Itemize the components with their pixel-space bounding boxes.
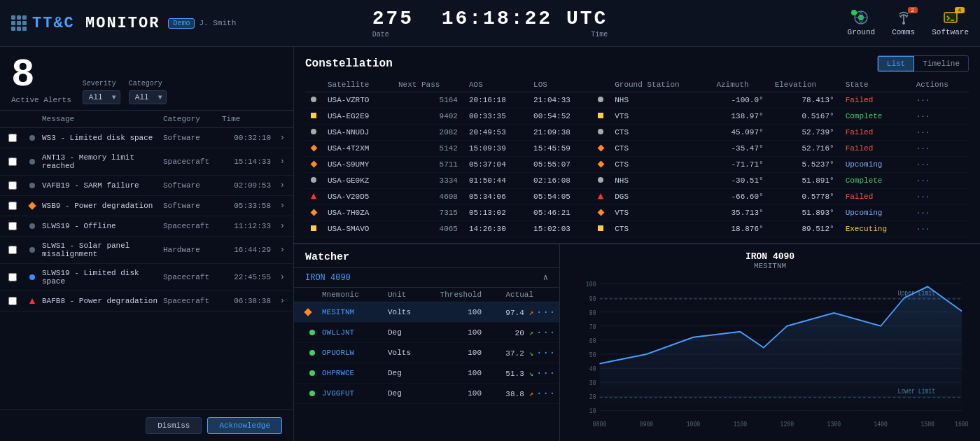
alert-checkbox[interactable] — [8, 246, 17, 254]
severity-select[interactable]: All — [83, 90, 120, 104]
constellation-row[interactable]: USA-SMAVO 4065 14:26:30 15:02:03 CTS 18.… — [305, 221, 969, 237]
software-badge: 4 — [955, 7, 965, 13]
alert-row[interactable]: SLWS19 - Limited disk space Spacecraft 2… — [0, 264, 293, 291]
nav-item-ground[interactable]: Ground — [848, 10, 876, 36]
severity-indicator — [29, 223, 35, 229]
constellation-section: Constellation List Timeline Satellite Ne… — [294, 47, 980, 244]
svg-text:40: 40 — [589, 365, 596, 373]
alert-message: SLWS1 - Solar panel misalignment — [42, 241, 160, 258]
constellation-row[interactable]: USA-S9UMY 5711 05:37:04 05:55:07 CTS -71… — [305, 157, 969, 173]
ground-station: CTS — [609, 221, 710, 237]
next-pass: 4065 — [393, 221, 463, 237]
nav-item-comms[interactable]: 2 Comms — [892, 10, 915, 36]
actions-button[interactable]: ··· — [911, 189, 969, 205]
watcher-menu-button[interactable]: ··· — [536, 327, 553, 338]
category-select[interactable]: All — [129, 90, 167, 104]
actions-button[interactable]: ··· — [911, 157, 969, 173]
dismiss-button[interactable]: Dismiss — [146, 417, 202, 434]
alert-checkbox[interactable] — [8, 273, 17, 281]
svg-text:110: 110 — [586, 274, 596, 276]
alert-message: WS3 - Limited disk space — [42, 134, 160, 142]
expand-icon[interactable]: › — [274, 245, 285, 255]
watcher-actual: 51.3 ↘ — [484, 369, 533, 378]
alert-row[interactable]: SLWS1 - Solar panel misalignment Hardwar… — [0, 237, 293, 264]
alert-row[interactable]: WS3 - Limited disk space Software 00:32:… — [0, 128, 293, 148]
svg-text:70: 70 — [589, 323, 596, 331]
trend-up-icon: ↗ — [528, 390, 533, 398]
watcher-collapse-icon[interactable]: ∧ — [543, 272, 548, 283]
watcher-row[interactable]: OHPRWCE Deg 100 51.3 ↘ ··· — [294, 363, 559, 384]
actions-button[interactable]: ··· — [911, 205, 969, 221]
expand-icon[interactable]: › — [274, 157, 285, 167]
elevation: 0.5167° — [769, 108, 840, 125]
expand-icon[interactable]: › — [274, 181, 285, 190]
watcher-row[interactable]: JVGGFUT Deg 100 38.8 ↗ ··· — [294, 384, 559, 404]
alert-checkbox[interactable] — [8, 134, 17, 142]
chart-title: IRON 4090 — [571, 251, 969, 262]
watcher-ind — [309, 391, 315, 396]
alert-row[interactable]: BAFB8 - Power degradation Spacecraft 06:… — [0, 291, 293, 312]
expand-icon[interactable]: › — [274, 272, 285, 282]
constellation-row[interactable]: USA-NNUDJ 2082 20:49:53 21:09:38 CTS 45.… — [305, 125, 969, 141]
constellation-row[interactable]: USA-V20D5 4608 05:34:06 05:54:05 DGS -66… — [305, 189, 969, 205]
watcher-row[interactable]: OPUORLW Volts 100 37.2 ↘ ··· — [294, 343, 559, 363]
watcher-col-threshold: Threshold — [433, 290, 482, 299]
logo-area: TT&C MONITOR — [11, 15, 160, 32]
alert-checkbox[interactable] — [8, 222, 17, 230]
constellation-title: Constellation — [305, 57, 393, 70]
actions-button[interactable]: ··· — [911, 125, 969, 141]
expand-icon[interactable]: › — [274, 221, 285, 231]
expand-icon[interactable]: › — [274, 133, 285, 143]
alert-message: VAFB19 - SARM failure — [42, 181, 160, 190]
alert-message: ANT13 - Memory limit reached — [42, 153, 160, 170]
alert-row[interactable]: ANT13 - Memory limit reached Spacecraft … — [0, 148, 293, 176]
constellation-row[interactable]: USA-EG2E9 9402 00:33:35 00:54:52 VTS 138… — [305, 108, 969, 125]
comms-badge: 2 — [908, 7, 918, 13]
svg-rect-3 — [944, 13, 957, 22]
expand-icon[interactable]: › — [274, 201, 285, 211]
svg-text:60: 60 — [589, 337, 596, 345]
actions-button[interactable]: ··· — [911, 92, 969, 108]
satellite-name: USA-S9UMY — [322, 157, 393, 173]
acknowledge-button[interactable]: Acknowledge — [207, 417, 282, 434]
state: Failed — [840, 189, 911, 205]
alert-checkbox[interactable] — [8, 158, 17, 166]
ground-icon — [851, 10, 871, 25]
actions-button[interactable]: ··· — [911, 108, 969, 125]
list-view-button[interactable]: List — [878, 56, 914, 71]
watcher-menu-button[interactable]: ··· — [536, 368, 553, 379]
alert-row[interactable]: SLWS19 - Offline Spacecraft 11:12:33 › — [0, 216, 293, 237]
satellite-indicator — [305, 173, 322, 189]
watcher-row[interactable]: OWLLJNT Deg 100 20 ↗ ··· — [294, 323, 559, 343]
actions-button[interactable]: ··· — [911, 221, 969, 237]
constellation-row[interactable]: USA-GE0KZ 3334 01:50:44 02:16:08 NHS -30… — [305, 173, 969, 189]
constellation-header: Constellation List Timeline — [305, 55, 969, 72]
watcher-menu-button[interactable]: ··· — [536, 388, 553, 399]
time-display: 275 16:18:22 UTC Date Time — [372, 8, 608, 38]
constellation-row[interactable]: USA-VZRTO 5164 20:16:18 21:04:33 NHS -10… — [305, 92, 969, 108]
watcher-menu-button[interactable]: ··· — [536, 307, 553, 318]
nav-item-software[interactable]: 4 Software — [932, 10, 969, 36]
actions-button[interactable]: ··· — [911, 141, 969, 157]
watcher-row[interactable]: MESITNM Volts 100 97.4 ↗ ··· — [294, 302, 559, 323]
alert-checkbox[interactable] — [8, 181, 17, 190]
aos-time: 15:09:39 — [463, 141, 528, 157]
alert-checkbox[interactable] — [8, 202, 17, 210]
alert-row[interactable]: WSB9 - Power degradation Software 05:33:… — [0, 196, 293, 216]
watcher-actual: 97.4 ↗ — [484, 308, 533, 317]
svg-text:1400: 1400 — [874, 420, 888, 428]
alert-row[interactable]: VAFB19 - SARM failure Software 02:09:53 … — [0, 176, 293, 196]
mnemonic-name: OPUORLW — [322, 349, 385, 357]
col-next-pass: Next Pass — [393, 78, 463, 92]
expand-icon[interactable]: › — [274, 296, 285, 306]
los-time: 15:02:03 — [528, 221, 592, 237]
watcher-threshold: 100 — [433, 349, 482, 357]
timeline-view-button[interactable]: Timeline — [914, 56, 968, 71]
trend-down-icon: ↗ — [528, 329, 533, 337]
watcher-menu-button[interactable]: ··· — [536, 347, 553, 358]
alert-checkbox[interactable] — [8, 297, 17, 305]
alert-message: SLWS19 - Limited disk space — [42, 269, 160, 286]
constellation-row[interactable]: USA-4T2XM 5142 15:09:39 15:45:59 CTS -35… — [305, 141, 969, 157]
actions-button[interactable]: ··· — [911, 173, 969, 189]
constellation-row[interactable]: USA-7H0ZA 7315 05:13:02 05:46:21 VTS 35.… — [305, 205, 969, 221]
